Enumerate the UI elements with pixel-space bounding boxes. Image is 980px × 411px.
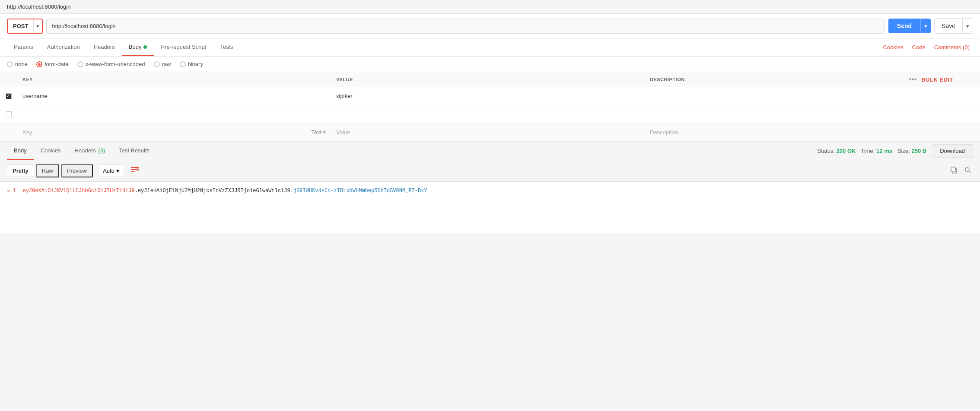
text-type-wrapper: Text ▾ <box>311 129 326 136</box>
tab-params[interactable]: Params <box>7 38 40 56</box>
row1-value-input[interactable] <box>336 93 640 99</box>
method-wrapper: POST ▾ <box>7 19 43 34</box>
radio-raw <box>154 61 160 67</box>
size-label: Size: 250 B <box>897 148 926 154</box>
resp-tab-headers[interactable]: Headers (3) <box>68 142 112 160</box>
response-tabs-row: Body Cookies Headers (3) Test Results St… <box>0 142 980 160</box>
row2-checkbox[interactable] <box>6 111 12 117</box>
new-row: Text ▾ <box>0 123 980 142</box>
save-dropdown-button[interactable]: ▾ <box>962 19 973 33</box>
response-info: Status: 200 OK Time: 12 ms Size: 250 B D… <box>818 144 973 158</box>
row1-actions <box>958 93 980 100</box>
main-tabs-row: Params Authorization Headers Body Pre-re… <box>0 38 980 57</box>
option-binary[interactable]: binary <box>180 61 203 67</box>
new-row-checkbox-cell <box>0 129 17 136</box>
code-line-1: ✕ 1 eyJ0eXAiOiJKV1QiLCJhbGciOiJIUzI1NiJ9… <box>7 187 973 195</box>
option-urlencoded[interactable]: x-www-form-urlencoded <box>77 61 145 67</box>
bulk-edit-button[interactable]: Bulk Edit <box>921 76 953 83</box>
radio-form-data <box>36 61 42 67</box>
row1-checkbox-cell <box>0 90 17 103</box>
jwt-part2: .eyJleHAiOjE1NjU2MjU2NjcsInVzZXJJRIjoieG… <box>135 188 290 194</box>
tab-comments[interactable]: Comments (0) <box>931 39 973 56</box>
wrap-lines-button[interactable] <box>127 164 143 178</box>
save-button[interactable]: Save <box>935 19 962 33</box>
table-row <box>0 105 980 123</box>
th-description: DESCRIPTION <box>650 77 685 82</box>
table-header: KEY VALUE DESCRIPTION ••• Bulk Edit <box>0 72 980 87</box>
radio-none <box>7 61 13 67</box>
radio-urlencoded <box>77 61 83 67</box>
th-value: VALUE <box>331 77 645 82</box>
tab-pre-request[interactable]: Pre-request Script <box>154 38 213 56</box>
resp-raw-btn[interactable]: Raw <box>36 164 59 177</box>
response-code-area: ✕ 1 eyJ0eXAiOiJKV1QiLCJhbGciOiJIUzI1NiJ9… <box>0 182 980 234</box>
row1-desc-cell <box>645 89 958 103</box>
right-tabs: Cookies Code Comments (0) <box>880 39 973 56</box>
size-value: 250 B <box>911 148 926 154</box>
row1-key-input[interactable] <box>22 93 326 99</box>
new-row-value-input[interactable] <box>336 129 640 136</box>
resp-right-icons <box>949 165 973 177</box>
row2-value-cell <box>331 107 645 121</box>
body-dot <box>143 45 147 49</box>
send-dropdown-button[interactable]: ▾ <box>920 19 931 33</box>
url-input[interactable] <box>46 19 885 34</box>
tab-authorization[interactable]: Authorization <box>40 38 87 56</box>
jwt-part3: .j39IWUKvdsCc-zIBLxXWHMmbep5DhTqSV0NM_FZ… <box>290 188 427 194</box>
text-type-dropdown[interactable]: ▾ <box>323 130 326 135</box>
row2-key-input[interactable] <box>22 111 326 117</box>
option-raw[interactable]: raw <box>154 61 171 67</box>
save-btn-wrapper: Save ▾ <box>934 18 973 34</box>
new-row-actions <box>958 129 980 136</box>
svg-rect-4 <box>951 167 955 172</box>
resp-pretty-btn[interactable]: Pretty <box>7 164 34 177</box>
resp-tab-test-results[interactable]: Test Results <box>112 142 156 160</box>
tab-body[interactable]: Body <box>122 38 154 56</box>
row2-desc-input[interactable] <box>650 111 953 117</box>
status-label: Status: 200 OK <box>818 148 856 154</box>
send-button[interactable]: Send <box>888 19 920 33</box>
resp-tab-cookies[interactable]: Cookies <box>34 142 68 160</box>
new-row-key-input[interactable] <box>22 129 308 136</box>
th-key: KEY <box>17 77 331 82</box>
tab-cookies[interactable]: Cookies <box>880 39 907 56</box>
jwt-part1: eyJ0eXAiOiJKV1QiLCJhbGciOiJIUzI1NiJ9 <box>22 188 134 194</box>
row2-checkbox-cell <box>0 108 17 121</box>
params-table: KEY VALUE DESCRIPTION ••• Bulk Edit <box>0 72 980 142</box>
new-row-key-cell: Text ▾ <box>17 126 331 139</box>
dots-menu-icon[interactable]: ••• <box>909 76 917 83</box>
new-row-value-cell <box>331 126 645 139</box>
row1-value-cell <box>331 89 645 103</box>
radio-binary <box>180 61 186 67</box>
option-form-data[interactable]: form-data <box>36 61 69 67</box>
new-row-desc-input[interactable] <box>650 129 953 136</box>
tab-code[interactable]: Code <box>909 39 929 56</box>
svg-line-6 <box>969 171 970 173</box>
top-bar: http://localhost:8080/login <box>0 0 980 14</box>
row2-key-cell <box>17 107 331 121</box>
time-label: Time: 12 ms <box>861 148 892 154</box>
row1-key-cell <box>17 89 331 103</box>
resp-tab-body[interactable]: Body <box>7 142 34 160</box>
url-bar-row: POST ▾ Send ▾ Save ▾ <box>0 14 980 38</box>
option-none[interactable]: none <box>7 61 28 67</box>
text-type-label: Text <box>311 129 321 136</box>
svg-point-5 <box>965 168 969 171</box>
tab-headers[interactable]: Headers <box>87 38 122 56</box>
row1-checkbox[interactable] <box>6 93 12 99</box>
row2-value-input[interactable] <box>336 111 640 117</box>
resp-auto-btn[interactable]: Auto ▾ <box>98 164 124 177</box>
tab-tests[interactable]: Tests <box>213 38 240 56</box>
row2-actions <box>958 111 980 118</box>
copy-button[interactable] <box>949 165 959 177</box>
method-button[interactable]: POST <box>8 19 33 33</box>
resp-preview-btn[interactable]: Preview <box>61 164 93 177</box>
error-icon: ✕ <box>7 188 10 194</box>
search-button[interactable] <box>963 165 973 177</box>
method-dropdown-button[interactable]: ▾ <box>33 19 42 33</box>
send-btn-wrapper: Send ▾ <box>888 19 931 33</box>
row1-desc-input[interactable] <box>650 93 953 99</box>
table-row <box>0 87 980 105</box>
body-options-row: none form-data x-www-form-urlencoded raw… <box>0 57 980 72</box>
download-button[interactable]: Download <box>932 144 973 158</box>
